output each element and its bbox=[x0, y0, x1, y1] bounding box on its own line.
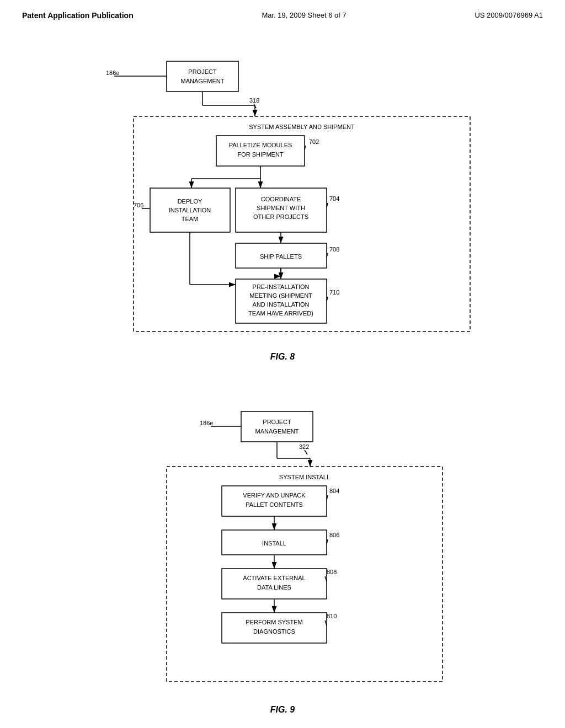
fig9-label-186e: 186e bbox=[200, 420, 213, 426]
fig9-label-808: 808 bbox=[327, 569, 337, 575]
svg-text:FOR SHIPMENT: FOR SHIPMENT bbox=[237, 151, 283, 158]
fig9-label-810: 810 bbox=[327, 613, 337, 619]
fig9-label-806: 806 bbox=[329, 532, 339, 538]
fig8-label-706: 706 bbox=[134, 202, 143, 208]
fig8-project-mgmt-box bbox=[167, 61, 238, 92]
publication-label: Patent Application Publication bbox=[22, 11, 134, 20]
fig8-system-assembly-label: SYSTEM ASSEMBLY AND SHIPMENT bbox=[249, 124, 355, 130]
svg-text:PALLETIZE MODULES: PALLETIZE MODULES bbox=[229, 142, 292, 148]
svg-text:VERIFY AND UNPACK: VERIFY AND UNPACK bbox=[243, 492, 306, 499]
fig9-system-install-label: SYSTEM INSTALL bbox=[279, 474, 330, 480]
fig8-label-704: 704 bbox=[329, 195, 339, 202]
svg-text:TEAM: TEAM bbox=[182, 216, 199, 222]
svg-text:DIAGNOSTICS: DIAGNOSTICS bbox=[253, 628, 295, 635]
svg-text:AND INSTALLATION: AND INSTALLATION bbox=[253, 301, 310, 308]
fig8-label: FIG. 8 bbox=[22, 352, 543, 362]
svg-line-43 bbox=[305, 450, 307, 454]
svg-text:INSTALL: INSTALL bbox=[262, 540, 286, 547]
svg-text:SHIP PALLETS: SHIP PALLETS bbox=[260, 253, 302, 260]
svg-text:PROJECT: PROJECT bbox=[188, 68, 217, 75]
fig8-label-702: 702 bbox=[309, 138, 319, 145]
svg-text:COORDINATE: COORDINATE bbox=[261, 196, 301, 202]
fig9-label: FIG. 9 bbox=[22, 705, 543, 715]
fig8-label-318: 318 bbox=[249, 97, 259, 104]
svg-text:DEPLOY: DEPLOY bbox=[178, 198, 202, 205]
svg-text:PROJECT: PROJECT bbox=[263, 419, 291, 425]
fig8-diagram: 186e PROJECT MANAGEMENT 318 SYSTEM ASSEM… bbox=[73, 36, 492, 345]
svg-text:MEETING (SHIPMENT: MEETING (SHIPMENT bbox=[249, 292, 312, 299]
fig8-label-186e: 186e bbox=[106, 69, 119, 76]
svg-text:MANAGEMENT: MANAGEMENT bbox=[255, 428, 299, 435]
date-sheet: Mar. 19, 2009 Sheet 6 of 7 bbox=[262, 11, 346, 19]
page: Patent Application Publication Mar. 19, … bbox=[0, 0, 565, 728]
svg-text:DATA LINES: DATA LINES bbox=[257, 584, 291, 591]
svg-text:INSTALLATION: INSTALLATION bbox=[169, 207, 211, 213]
fig9-label-322: 322 bbox=[299, 443, 309, 450]
fig9-project-mgmt-box bbox=[241, 411, 313, 442]
svg-text:OTHER PROJECTS: OTHER PROJECTS bbox=[253, 213, 308, 220]
fig8-section: 186e PROJECT MANAGEMENT 318 SYSTEM ASSEM… bbox=[22, 36, 543, 362]
patent-number: US 2009/0076969 A1 bbox=[475, 11, 543, 19]
svg-text:PALLET CONTENTS: PALLET CONTENTS bbox=[246, 501, 303, 508]
fig8-label-710: 710 bbox=[329, 289, 339, 296]
svg-text:PRE-INSTALLATION: PRE-INSTALLATION bbox=[253, 283, 310, 290]
page-header: Patent Application Publication Mar. 19, … bbox=[22, 11, 543, 20]
fig9-diagram: 186e PROJECT MANAGEMENT 322 SYSTEM INSTA… bbox=[89, 395, 476, 698]
fig8-label-708: 708 bbox=[329, 246, 339, 253]
fig9-label-804: 804 bbox=[329, 488, 339, 494]
svg-text:ACTIVATE EXTERNAL: ACTIVATE EXTERNAL bbox=[243, 575, 305, 581]
fig9-section: 186e PROJECT MANAGEMENT 322 SYSTEM INSTA… bbox=[22, 395, 543, 715]
svg-text:SHIPMENT WITH: SHIPMENT WITH bbox=[257, 205, 305, 211]
svg-text:MANAGEMENT: MANAGEMENT bbox=[181, 78, 225, 84]
svg-text:PERFORM SYSTEM: PERFORM SYSTEM bbox=[246, 619, 302, 625]
svg-text:TEAM HAVE ARRIVED): TEAM HAVE ARRIVED) bbox=[248, 310, 313, 317]
